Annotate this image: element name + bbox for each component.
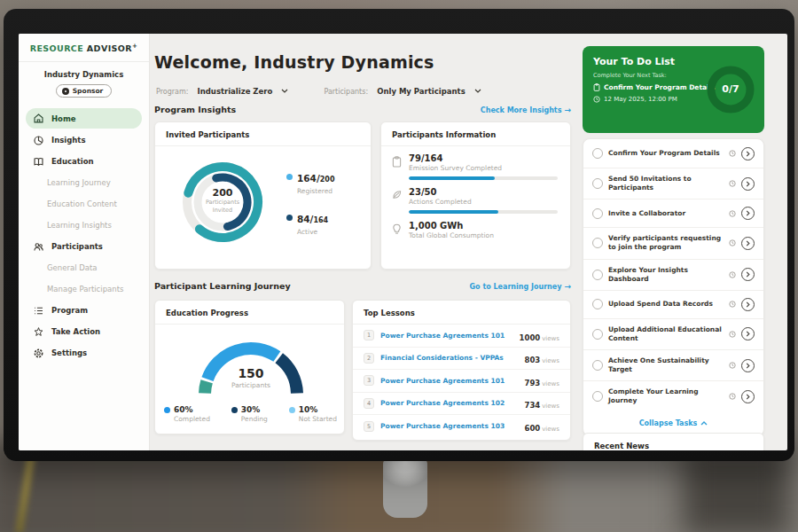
section-title: Program Insights: [154, 105, 236, 114]
chevron-right-icon: [746, 181, 750, 187]
task-checkbox[interactable]: [592, 360, 603, 371]
todo-progress-count: 0/7: [706, 83, 755, 95]
todo-hero-card: Your To Do List Complete Your Next Task:…: [583, 46, 764, 133]
sidebar-item-home[interactable]: Home: [26, 108, 142, 129]
chevron-right-icon: [746, 271, 750, 278]
check-more-insights-link[interactable]: Check More Insights→: [481, 106, 571, 114]
card-title: Recent News: [583, 434, 763, 450]
sidebar-item-label: Learning Journey: [47, 178, 111, 187]
card-title: Education Progress: [155, 301, 344, 325]
chevron-right-icon: [746, 240, 750, 246]
monitor-bezel: RESOURCE ADVISOR+ Industry Dynamics Spon…: [4, 9, 794, 461]
invited-legend: 164/200 Registered 84/164 Active: [286, 168, 334, 250]
invited-participants-card: Invited Participants 200 ParticipantsInv…: [154, 121, 372, 270]
arrow-right-icon: →: [564, 282, 571, 291]
organization-name: Industry Dynamics: [19, 70, 149, 79]
task-label: Confirm Your Program Details: [608, 149, 724, 158]
chevron-down-icon[interactable]: [281, 89, 288, 93]
lesson-row: 5 Power Purchase Agreements 103 600views: [353, 415, 570, 438]
lightbulb-icon: [392, 223, 402, 235]
task-row: Verify participants requesting to join t…: [583, 227, 763, 258]
sidebar-item-education-content[interactable]: Education Content: [19, 193, 149, 215]
task-checkbox[interactable]: [592, 270, 603, 280]
participants-filter[interactable]: Participants: Only My Participants: [324, 81, 481, 98]
clock-icon: [729, 210, 736, 217]
sidebar-item-learning-insights[interactable]: Learning Insights: [19, 215, 149, 236]
lesson-rank: 1: [364, 330, 374, 340]
task-checkbox[interactable]: [592, 329, 603, 340]
chevron-right-icon: [746, 394, 750, 400]
sidebar-item-manage-participants[interactable]: Manage Participants: [19, 278, 149, 300]
take-action-icon: [33, 326, 44, 338]
chevron-right-icon: [746, 210, 750, 216]
sidebar-item-label: Education: [51, 157, 94, 166]
task-row: Send 50 Invitations to Participants: [583, 168, 763, 199]
education-gauge-chart: 150 Participants: [184, 324, 317, 400]
lesson-row: 3 Power Purchase Agreements 101 793views: [353, 370, 570, 393]
lesson-link[interactable]: Power Purchase Agreements 103: [380, 422, 518, 430]
task-row: Upload Spend Data Records: [583, 290, 763, 318]
sidebar-item-learning-journey[interactable]: Learning Journey: [19, 172, 149, 193]
task-open-button[interactable]: [741, 268, 755, 281]
settings-icon: [33, 348, 44, 359]
sidebar-item-participants[interactable]: Participants: [19, 236, 149, 257]
legend-active: 84/164 Active: [286, 209, 334, 236]
progress-fill: [409, 210, 498, 214]
task-row: Achieve One Sustainability Target: [583, 349, 763, 380]
screen: RESOURCE ADVISOR+ Industry Dynamics Spon…: [19, 34, 787, 450]
lesson-rank: 3: [364, 375, 374, 386]
sponsor-badge-label: Sponsor: [73, 87, 104, 95]
legend-dot: [289, 407, 295, 413]
task-row: Explore Your Insights Dashboard: [583, 259, 763, 290]
top-lessons-card: Top Lessons 1 Power Purchase Agreements …: [352, 300, 571, 441]
task-checkbox[interactable]: [592, 178, 603, 189]
lesson-link[interactable]: Power Purchase Agreements 102: [380, 399, 518, 407]
lesson-rank: 4: [364, 398, 374, 409]
task-open-button[interactable]: [741, 298, 755, 311]
legend-dot: [231, 407, 238, 413]
chevron-down-icon[interactable]: [474, 89, 481, 93]
education-legend: 60% Completed 30% Pending 10% Not Starte…: [164, 405, 337, 423]
sidebar-item-take-action[interactable]: Take Action: [19, 321, 149, 342]
legend-dot: [286, 215, 293, 221]
task-checkbox[interactable]: [592, 299, 603, 309]
section-title: Participant Learning Journey: [154, 281, 291, 291]
sidebar-item-program[interactable]: Program: [19, 300, 149, 321]
legend-dot: [286, 174, 293, 180]
lesson-link[interactable]: Power Purchase Agreements 101: [380, 377, 518, 385]
page-title: Welcome, Industry Dynamics: [154, 52, 434, 72]
task-open-button[interactable]: [741, 390, 755, 403]
task-open-button[interactable]: [741, 327, 755, 340]
recent-news-card: Recent News: [583, 433, 764, 450]
go-to-learning-journey-link[interactable]: Go to Learning Journey→: [470, 282, 571, 291]
lesson-link[interactable]: Power Purchase Agreements 101: [380, 332, 513, 340]
sidebar: RESOURCE ADVISOR+ Industry Dynamics Spon…: [19, 34, 150, 450]
task-checkbox[interactable]: [592, 148, 603, 159]
task-checkbox[interactable]: [592, 391, 603, 402]
legend-registered: 164/200 Registered: [286, 168, 334, 195]
legend-pending: 30% Pending: [231, 405, 268, 423]
task-open-button[interactable]: [741, 207, 755, 220]
task-checkbox[interactable]: [592, 208, 603, 219]
task-open-button[interactable]: [741, 147, 755, 160]
task-open-button[interactable]: [741, 237, 755, 250]
sidebar-item-insights[interactable]: Insights: [19, 129, 149, 151]
task-label: Explore Your Insights Dashboard: [608, 266, 724, 284]
sidebar-item-settings[interactable]: Settings: [19, 342, 149, 364]
task-checkbox[interactable]: [592, 238, 603, 248]
task-open-button[interactable]: [741, 177, 755, 191]
insights-icon: [33, 135, 44, 146]
stat-global-consumption: 1,000 GWh Total Global Consumption: [381, 214, 570, 239]
lesson-link[interactable]: Financial Considerations - VPPAs: [380, 354, 518, 362]
sidebar-item-general-data[interactable]: General Data: [19, 257, 149, 278]
participants-information-card: Participants Information 79/164 Emission…: [380, 121, 571, 270]
chevron-right-icon: [746, 331, 750, 337]
clock-icon: [729, 331, 736, 338]
program-filter[interactable]: Program: Industrialize Zero: [156, 81, 288, 98]
sidebar-item-education[interactable]: Education: [19, 151, 149, 172]
progress-track: [409, 176, 558, 180]
todo-progress-ring: 0/7: [706, 65, 755, 114]
participants-filter-value: Only My Participants: [377, 87, 466, 96]
collapse-tasks-link[interactable]: Collapse Tasks: [583, 412, 763, 435]
task-open-button[interactable]: [741, 359, 755, 372]
